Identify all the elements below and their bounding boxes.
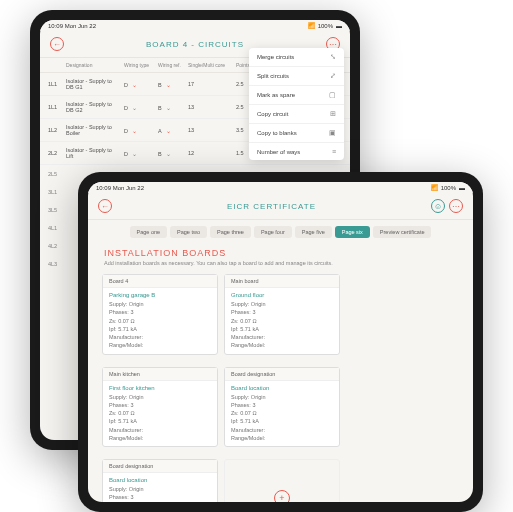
status-right-front: 📶 100% ▬ (431, 184, 465, 191)
chevron-down-icon[interactable]: ⌄ (130, 151, 139, 157)
tab[interactable]: Page three (210, 226, 251, 238)
board-zs: Zs: 0.07 Ω (109, 409, 211, 417)
row-id: 1L2 (46, 127, 64, 133)
board-model: Range/Model: (231, 434, 333, 442)
board-zs: Zs: 0.07 Ω (109, 502, 211, 503)
menu-icon: ⤡ (330, 53, 336, 61)
board-header: Main kitchen (103, 368, 217, 381)
status-time-front: 10:09 Mon Jun 22 (96, 185, 144, 191)
board-name: Ground floor (231, 292, 333, 298)
menu-label: Copy circuit (257, 111, 288, 117)
tablet-front: 10:09 Mon Jun 22 📶 100% ▬ ← EICR CERTIFI… (78, 172, 483, 512)
col-single-multi: Single/Multi core (186, 62, 234, 68)
board-mfr: Manufacturer: (231, 333, 333, 341)
board-ipf: Ipf: 5.71 kA (231, 325, 333, 333)
board-model: Range/Model: (109, 341, 211, 349)
menu-icon: ≡ (332, 148, 336, 155)
tab[interactable]: Page five (295, 226, 332, 238)
menu-item[interactable]: Number of ways≡ (249, 143, 344, 160)
back-button-front[interactable]: ← (98, 199, 112, 213)
tab[interactable]: Page four (254, 226, 292, 238)
chevron-down-icon[interactable]: ⌄ (164, 151, 173, 157)
board-mfr: Manufacturer: (109, 426, 211, 434)
chevron-down-icon[interactable]: ⌄ (164, 105, 173, 111)
board-card[interactable]: Board designationBoard locationSupply: O… (224, 367, 340, 448)
row-wiring-type: D⌄ (122, 150, 156, 157)
tabs: Page onePage twoPage threePage fourPage … (88, 220, 473, 244)
board-card[interactable]: Board designationBoard locationSupply: O… (102, 459, 218, 502)
users-button[interactable]: ☺ (431, 199, 445, 213)
chevron-down-icon[interactable]: ⌄ (130, 128, 139, 134)
row-wiring-type: D⌄ (122, 104, 156, 111)
row-single-multi: 17 (186, 81, 234, 87)
board-name: Board location (231, 385, 333, 391)
board-mfr: Manufacturer: (231, 426, 333, 434)
menu-item[interactable]: Mark as spare▢ (249, 86, 344, 105)
board-header: Board 4 (103, 275, 217, 288)
menu-label: Copy to blanks (257, 130, 297, 136)
menu-item[interactable]: Split circuits⤢ (249, 67, 344, 86)
header-front: ← EICR CERTIFICATE ☺ ⋯ (88, 193, 473, 220)
row-id: 1L1 (46, 81, 64, 87)
tab[interactable]: Page one (130, 226, 168, 238)
menu-label: Number of ways (257, 149, 300, 155)
board-zs: Zs: 0.07 Ω (231, 317, 333, 325)
plus-icon: + (274, 490, 290, 502)
col-designation: Designation (64, 62, 122, 68)
menu-item[interactable]: Merge circuits⤡ (249, 48, 344, 67)
section-subtitle: Add installation boards as necessary. Yo… (88, 260, 473, 274)
board-supply: Supply: Origin (109, 300, 211, 308)
board-supply: Supply: Origin (109, 485, 211, 493)
chevron-down-icon[interactable]: ⌄ (130, 82, 139, 88)
chevron-down-icon[interactable]: ⌄ (164, 82, 173, 88)
row-id-stub: 4L1 (48, 219, 57, 237)
chevron-down-icon[interactable]: ⌄ (164, 128, 173, 134)
board-name: First floor kitchen (109, 385, 211, 391)
menu-label: Split circuits (257, 73, 289, 79)
row-wiring-ref: A⌄ (156, 127, 186, 134)
tab[interactable]: Preview certificate (373, 226, 432, 238)
board-model: Range/Model: (231, 341, 333, 349)
row-id: 2L2 (46, 150, 64, 156)
col-wiring-ref: Wiring ref. (156, 62, 186, 68)
col-blank (46, 62, 64, 68)
menu-item[interactable]: Copy circuit⊞ (249, 105, 344, 124)
more-button-front[interactable]: ⋯ (449, 199, 463, 213)
menu-item[interactable]: Copy to blanks▣ (249, 124, 344, 143)
row-designation: Isolator - Supply to DB G1 (64, 78, 122, 90)
context-menu: Merge circuits⤡Split circuits⤢Mark as sp… (249, 48, 344, 160)
row-designation: Isolator - Supply to DB G2 (64, 101, 122, 113)
tab[interactable]: Page six (335, 226, 370, 238)
board-card[interactable]: Main boardGround floorSupply: OriginPhas… (224, 274, 340, 355)
row-designation: Isolator - Supply to Lift (64, 147, 122, 159)
col-wiring-type: Wiring type (122, 62, 156, 68)
row-id-stub: 4L3 (48, 255, 57, 273)
board-ipf: Ipf: 5.71 kA (109, 325, 211, 333)
row-single-multi: 13 (186, 104, 234, 110)
menu-icon: ▣ (329, 129, 336, 137)
board-card[interactable]: Board 4Parking garage BSupply: OriginPha… (102, 274, 218, 355)
board-header: Board designation (225, 368, 339, 381)
board-header: Board designation (103, 460, 217, 473)
screen-front: 10:09 Mon Jun 22 📶 100% ▬ ← EICR CERTIFI… (88, 182, 473, 502)
boards-grid: Board 4Parking garage BSupply: OriginPha… (88, 274, 473, 502)
board-card[interactable]: Main kitchenFirst floor kitchenSupply: O… (102, 367, 218, 448)
board-mfr: Manufacturer: (109, 333, 211, 341)
status-bar-front: 10:09 Mon Jun 22 📶 100% ▬ (88, 182, 473, 193)
row-wiring-ref: B⌄ (156, 81, 186, 88)
chevron-down-icon[interactable]: ⌄ (130, 105, 139, 111)
add-board-button[interactable]: +Add board (224, 459, 340, 502)
board-name: Parking garage B (109, 292, 211, 298)
section-title: INSTALLATION BOARDS (88, 244, 473, 260)
board-phases: Phases: 3 (231, 308, 333, 316)
row-id-stub: 4L2 (48, 237, 57, 255)
back-button[interactable]: ← (50, 37, 64, 51)
tab[interactable]: Page two (170, 226, 207, 238)
board-supply: Supply: Origin (231, 393, 333, 401)
menu-icon: ⊞ (330, 110, 336, 118)
menu-label: Merge circuits (257, 54, 294, 60)
board-supply: Supply: Origin (109, 393, 211, 401)
page-title-front: EICR CERTIFICATE (112, 202, 431, 211)
board-phases: Phases: 3 (109, 401, 211, 409)
board-supply: Supply: Origin (231, 300, 333, 308)
